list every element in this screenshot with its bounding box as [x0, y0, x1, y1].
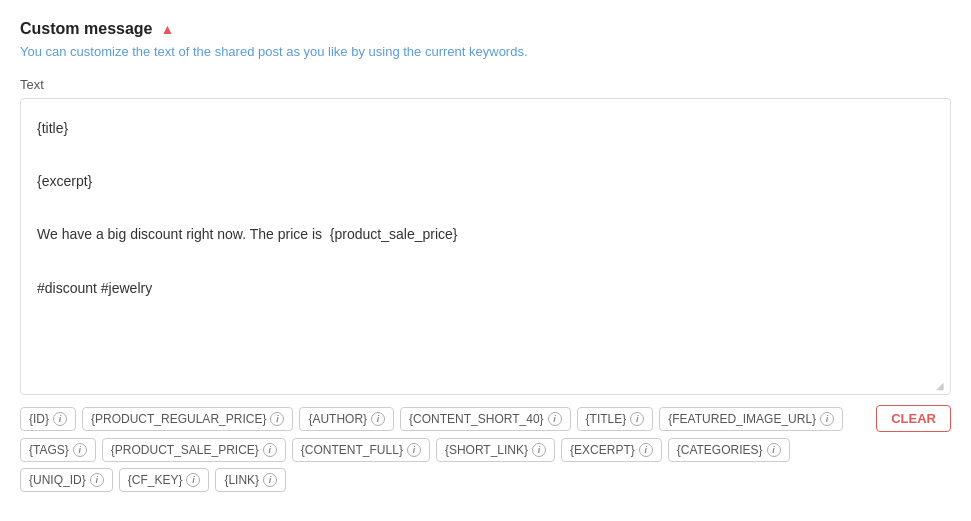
- tag-chip-cf-key[interactable]: {CF_KEY} i: [119, 468, 210, 492]
- tag-product-regular-price-info-icon[interactable]: i: [270, 412, 284, 426]
- section-title: Custom message: [20, 20, 153, 38]
- tag-excerpt-info-icon[interactable]: i: [639, 443, 653, 457]
- tag-author-info-icon[interactable]: i: [371, 412, 385, 426]
- chevron-up-icon[interactable]: ▲: [161, 21, 175, 37]
- tags-row-3: {UNIQ_ID} i {CF_KEY} i {LINK} i: [20, 468, 951, 492]
- tag-chip-content-full[interactable]: {CONTENT_FULL} i: [292, 438, 430, 462]
- custom-message-textarea[interactable]: {title} {excerpt} We have a big discount…: [37, 115, 934, 375]
- tag-title-label: {TITLE}: [586, 412, 627, 426]
- tag-cf-key-info-icon[interactable]: i: [186, 473, 200, 487]
- tag-chip-short-link[interactable]: {SHORT_LINK} i: [436, 438, 555, 462]
- section-description: You can customize the text of the shared…: [20, 44, 951, 59]
- tags-row-2: {TAGS} i {PRODUCT_SALE_PRICE} i {CONTENT…: [20, 438, 951, 462]
- tag-link-label: {LINK}: [224, 473, 259, 487]
- tag-short-link-info-icon[interactable]: i: [532, 443, 546, 457]
- tag-uniq-id-info-icon[interactable]: i: [90, 473, 104, 487]
- section-header: Custom message ▲: [20, 20, 951, 38]
- tag-content-full-info-icon[interactable]: i: [407, 443, 421, 457]
- tag-categories-info-icon[interactable]: i: [767, 443, 781, 457]
- tag-uniq-id-label: {UNIQ_ID}: [29, 473, 86, 487]
- tag-chip-author[interactable]: {AUTHOR} i: [299, 407, 394, 431]
- tag-title-info-icon[interactable]: i: [630, 412, 644, 426]
- tag-product-sale-price-info-icon[interactable]: i: [263, 443, 277, 457]
- tag-tags-label: {TAGS}: [29, 443, 69, 457]
- desc-text-start: You can customize the text of the shared…: [20, 44, 425, 59]
- resize-handle[interactable]: ◢: [936, 380, 948, 392]
- tag-tags-info-icon[interactable]: i: [73, 443, 87, 457]
- tag-link-info-icon[interactable]: i: [263, 473, 277, 487]
- tag-chip-tags[interactable]: {TAGS} i: [20, 438, 96, 462]
- tag-product-sale-price-label: {PRODUCT_SALE_PRICE}: [111, 443, 259, 457]
- tag-chip-featured-image-url[interactable]: {FEATURED_IMAGE_URL} i: [659, 407, 843, 431]
- tag-product-regular-price-label: {PRODUCT_REGULAR_PRICE}: [91, 412, 266, 426]
- tag-featured-image-url-label: {FEATURED_IMAGE_URL}: [668, 412, 816, 426]
- tag-content-full-label: {CONTENT_FULL}: [301, 443, 403, 457]
- tag-chip-link[interactable]: {LINK} i: [215, 468, 286, 492]
- tag-categories-label: {CATEGORIES}: [677, 443, 763, 457]
- tag-cf-key-label: {CF_KEY}: [128, 473, 183, 487]
- desc-text-end: .: [524, 44, 528, 59]
- tag-excerpt-label: {EXCERPT}: [570, 443, 635, 457]
- tag-short-link-label: {SHORT_LINK}: [445, 443, 528, 457]
- tag-author-label: {AUTHOR}: [308, 412, 367, 426]
- clear-button[interactable]: CLEAR: [876, 405, 951, 432]
- tag-chip-uniq-id[interactable]: {UNIQ_ID} i: [20, 468, 113, 492]
- text-field-label: Text: [20, 77, 951, 92]
- tags-row-1: {ID} i {PRODUCT_REGULAR_PRICE} i {AUTHOR…: [20, 405, 951, 432]
- tag-chip-title[interactable]: {TITLE} i: [577, 407, 654, 431]
- tag-featured-image-url-info-icon[interactable]: i: [820, 412, 834, 426]
- tag-id-info-icon[interactable]: i: [53, 412, 67, 426]
- tag-chip-product-regular-price[interactable]: {PRODUCT_REGULAR_PRICE} i: [82, 407, 293, 431]
- tag-chip-excerpt[interactable]: {EXCERPT} i: [561, 438, 662, 462]
- custom-message-section: Custom message ▲ You can customize the t…: [20, 20, 951, 492]
- tag-content-short-40-info-icon[interactable]: i: [548, 412, 562, 426]
- tag-id-label: {ID}: [29, 412, 49, 426]
- tag-chip-product-sale-price[interactable]: {PRODUCT_SALE_PRICE} i: [102, 438, 286, 462]
- desc-link[interactable]: current keywords: [425, 44, 524, 59]
- tag-chip-categories[interactable]: {CATEGORIES} i: [668, 438, 790, 462]
- tag-chip-content-short-40[interactable]: {CONTENT_SHORT_40} i: [400, 407, 571, 431]
- tag-content-short-40-label: {CONTENT_SHORT_40}: [409, 412, 544, 426]
- tag-chip-id[interactable]: {ID} i: [20, 407, 76, 431]
- text-area-wrapper: {title} {excerpt} We have a big discount…: [20, 98, 951, 395]
